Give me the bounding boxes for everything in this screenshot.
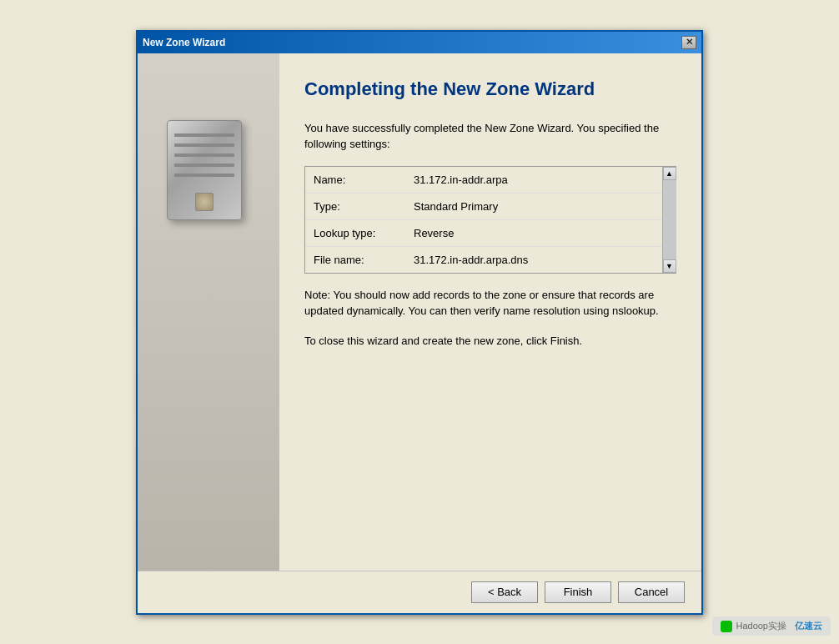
yida-brand: 亿速云: [795, 620, 822, 632]
bottom-bar: < Back Finish Cancel: [138, 571, 701, 613]
title-bar: New Zone Wizard ✕: [138, 32, 701, 53]
note-text: Note: You should now add records to the …: [304, 287, 676, 319]
close-instruction-text: To close this wizard and create the new …: [304, 333, 676, 350]
dialog-window: New Zone Wizard ✕ Completing the New Zon…: [136, 30, 703, 615]
scroll-up-button[interactable]: ▲: [663, 167, 676, 180]
intro-text: You have successfully completed the New …: [304, 120, 676, 153]
server-icon: [167, 120, 250, 229]
scroll-track: [663, 180, 676, 259]
scroll-down-button[interactable]: ▼: [663, 259, 676, 273]
settings-value: Reverse: [414, 227, 654, 239]
watermark: Hadoop实操 亿速云: [712, 616, 831, 636]
table-row: Lookup type: Reverse: [305, 220, 662, 247]
settings-value: Standard Primary: [414, 200, 654, 213]
table-row: Name: 31.172.in-addr.arpa: [305, 167, 662, 194]
cancel-button[interactable]: Cancel: [618, 581, 685, 603]
finish-button[interactable]: Finish: [545, 581, 611, 603]
back-button[interactable]: < Back: [471, 581, 538, 603]
watermark-text: Hadoop实操: [736, 620, 786, 632]
page-title: Completing the New Zone Wizard: [304, 78, 676, 100]
wechat-icon: [721, 621, 732, 632]
table-row: File name: 31.172.in-addr.arpa.dns: [305, 247, 662, 273]
settings-label: Type:: [314, 200, 397, 213]
window-title: New Zone Wizard: [143, 37, 225, 48]
table-row: Type: Standard Primary: [305, 194, 662, 220]
settings-value: 31.172.in-addr.arpa.dns: [414, 254, 654, 266]
right-panel: Completing the New Zone Wizard You have …: [279, 53, 701, 571]
settings-label: File name:: [314, 254, 397, 266]
left-panel: [138, 53, 279, 571]
settings-label: Name:: [314, 174, 397, 186]
scrollbar[interactable]: ▲ ▼: [662, 167, 676, 273]
settings-value: 31.172.in-addr.arpa: [414, 174, 654, 186]
close-window-button[interactable]: ✕: [681, 36, 696, 49]
settings-label: Lookup type:: [314, 227, 397, 239]
settings-table-container: Name: 31.172.in-addr.arpa Type: Standard…: [304, 166, 676, 274]
server-tower-image: [167, 120, 242, 220]
settings-rows: Name: 31.172.in-addr.arpa Type: Standard…: [305, 167, 662, 273]
dialog-body: Completing the New Zone Wizard You have …: [138, 53, 701, 571]
